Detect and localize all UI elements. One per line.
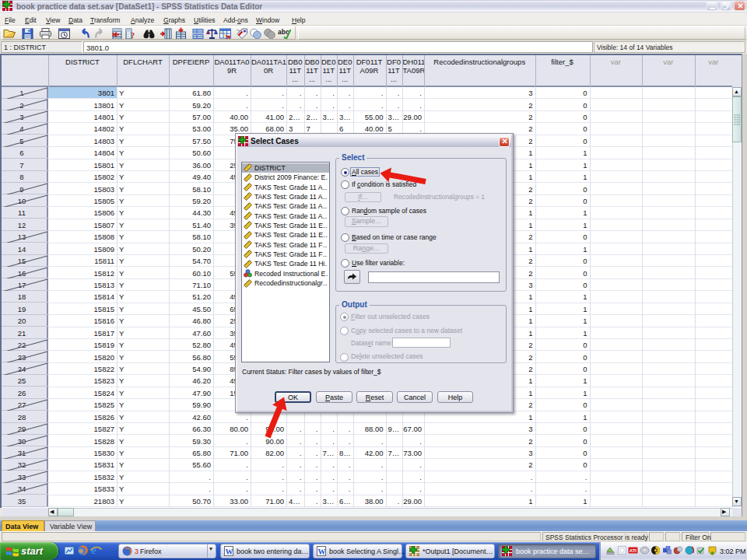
svg-text:W: W — [226, 548, 233, 556]
svg-text:e: e — [91, 544, 96, 556]
svg-text:W: W — [318, 548, 326, 556]
svg-text:ATI: ATI — [630, 548, 637, 553]
